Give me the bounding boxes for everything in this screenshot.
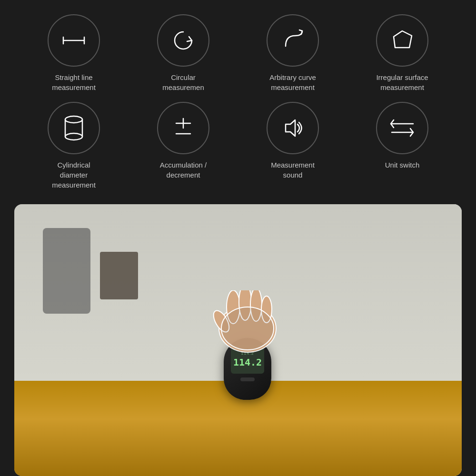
feature-circular: Circularmeasuremen (136, 14, 231, 92)
feature-accumulation: Accumulation /decrement (136, 102, 231, 180)
feature-circle-arbitrary-curve (267, 14, 319, 67)
background-glass (43, 228, 90, 314)
feature-circle-circular (157, 14, 209, 67)
ruler-icon (60, 31, 88, 50)
svg-point-4 (65, 116, 82, 123)
page-container: Straight linemeasurement Circularmeasure… (0, 0, 476, 476)
feature-label-circular: Circularmeasuremen (162, 72, 204, 92)
product-scene: 114.2 114.2 (14, 204, 462, 476)
cylinder-icon (61, 113, 87, 144)
feature-circle-cylindrical (48, 102, 100, 154)
feature-irregular-surface: Irregular surfacemeasurement (355, 14, 450, 92)
feature-straight-line: Straight linemeasurement (26, 14, 121, 92)
circular-arrow-icon (169, 26, 198, 55)
plus-minus-icon (169, 114, 198, 142)
feature-label-arbitrary-curve: Arbitrary curvemeasurement (269, 72, 316, 92)
svg-marker-3 (394, 31, 412, 48)
feature-cylindrical: Cylindricaldiametermeasurement (26, 102, 121, 190)
polygon-icon (388, 26, 416, 55)
feature-circle-accumulation (157, 102, 209, 154)
feature-row-1: Straight linemeasurement Circularmeasure… (19, 14, 457, 92)
feature-circle-irregular-surface (376, 14, 428, 67)
feature-label-measurement-sound: Measurementsound (271, 160, 315, 180)
svg-point-20 (221, 307, 274, 350)
feature-measurement-sound: Measurementsound (245, 102, 340, 180)
feature-label-irregular-surface: Irregular surfacemeasurement (376, 72, 428, 92)
speaker-icon (278, 114, 307, 142)
feature-label-accumulation: Accumulation /decrement (160, 160, 207, 180)
hand-svg (200, 290, 295, 367)
feature-circle-straight-line (48, 14, 100, 67)
svg-point-7 (65, 133, 82, 140)
feature-label-unit-switch: Unit switch (385, 160, 420, 170)
photo-section: 114.2 114.2 (14, 204, 462, 476)
feature-row-2: Cylindricaldiametermeasurement Accumulat… (19, 102, 457, 190)
feature-unit-switch: Unit switch (355, 102, 450, 170)
device-button (240, 377, 255, 381)
unit-switch-icon (387, 115, 418, 141)
device-wrapper: 114.2 114.2 (224, 338, 271, 400)
features-section: Straight linemeasurement Circularmeasure… (0, 0, 476, 199)
feature-arbitrary-curve: Arbitrary curvemeasurement (245, 14, 340, 92)
feature-label-cylindrical: Cylindricaldiametermeasurement (52, 160, 96, 190)
background-box (100, 252, 138, 299)
svg-marker-11 (286, 120, 295, 136)
feature-label-straight-line: Straight linemeasurement (52, 72, 96, 92)
feature-circle-measurement-sound (267, 102, 319, 154)
feature-circle-unit-switch (376, 102, 428, 154)
curve-arrow-icon (278, 26, 307, 55)
